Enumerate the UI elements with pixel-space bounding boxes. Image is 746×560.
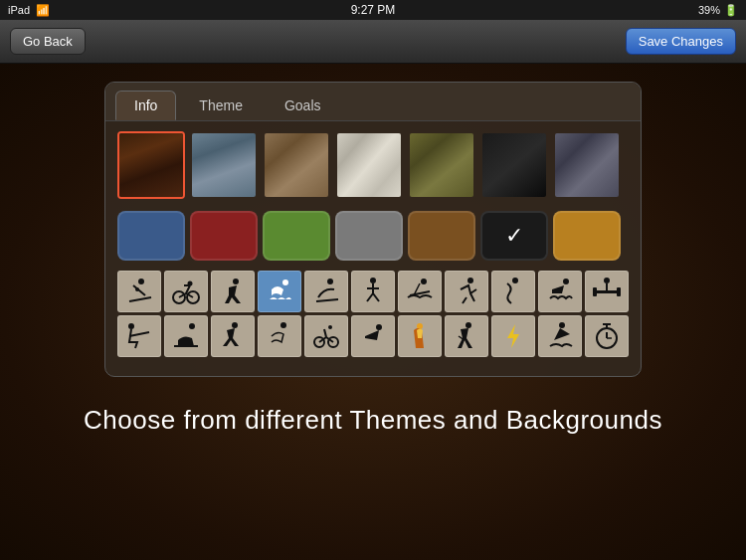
color-swatch-check[interactable]: ✓ [480, 211, 548, 261]
tab-goals[interactable]: Goals [266, 91, 340, 120]
svg-point-43 [559, 322, 565, 328]
icon-swimming[interactable] [258, 271, 301, 312]
icon-slalom[interactable] [491, 271, 535, 312]
bg-preview-moss [410, 133, 473, 197]
svg-line-12 [316, 299, 338, 301]
color-swatch-gray[interactable] [335, 211, 403, 261]
svg-line-39 [324, 329, 326, 337]
icon-running2[interactable] [211, 315, 255, 357]
bg-tile-wood[interactable] [117, 131, 185, 199]
svg-point-3 [135, 287, 139, 291]
bg-preview-wood [119, 133, 183, 197]
icon-snowboarding[interactable] [304, 271, 348, 312]
svg-point-28 [128, 323, 134, 329]
svg-line-16 [367, 293, 373, 301]
theme-panel: Info Theme Goals [104, 82, 642, 377]
svg-point-8 [233, 279, 239, 284]
color-swatch-green[interactable] [263, 211, 330, 261]
tab-theme[interactable]: Theme [180, 91, 262, 120]
icon-cycling2[interactable] [304, 315, 348, 357]
svg-rect-24 [595, 290, 619, 293]
icon-swimming2[interactable] [538, 271, 582, 312]
color-swatch-gold[interactable] [553, 211, 621, 261]
status-bar: iPad 📶 9:27 PM 39% 🔋 [0, 0, 746, 20]
svg-line-2 [129, 297, 151, 301]
icon-row-2 [117, 315, 629, 357]
tab-info[interactable]: Info [115, 91, 176, 120]
svg-marker-9 [225, 285, 241, 303]
icon-running[interactable] [211, 271, 255, 312]
backgrounds-section [105, 121, 641, 205]
bg-tile-grunge[interactable] [263, 131, 330, 199]
svg-point-33 [280, 322, 286, 328]
svg-point-0 [138, 279, 144, 284]
battery-icon: 🔋 [724, 4, 738, 17]
bg-tile-black[interactable] [480, 131, 548, 199]
svg-line-17 [373, 293, 379, 301]
wifi-icon: 📶 [36, 4, 50, 17]
bg-tile-marble[interactable] [335, 131, 403, 199]
icon-sprinting[interactable] [445, 271, 488, 312]
icon-row-1 [117, 271, 629, 312]
icon-rowing[interactable] [398, 271, 442, 312]
svg-point-13 [370, 278, 376, 283]
icon-weightlifting[interactable] [585, 271, 629, 312]
icon-grid [105, 267, 641, 364]
svg-rect-26 [617, 287, 621, 296]
icon-gymnastics[interactable] [351, 271, 395, 312]
svg-line-1 [133, 285, 145, 295]
color-swatch-grid: ✓ [105, 205, 641, 267]
toolbar: Go Back Save Changes [0, 20, 746, 64]
carrier-label: iPad [8, 4, 30, 16]
bg-preview-diagonal [555, 133, 619, 197]
svg-point-23 [604, 278, 610, 283]
bg-tile-diagonal[interactable] [553, 131, 621, 199]
battery-percent: 39% [698, 4, 720, 16]
bottom-text: Choose from different Themes and Backgro… [84, 405, 662, 436]
color-swatch-brown[interactable] [408, 211, 475, 261]
icon-fencing[interactable] [117, 315, 161, 357]
svg-point-40 [376, 324, 382, 330]
icon-skiing[interactable] [117, 271, 161, 312]
background-grid [117, 131, 629, 199]
icon-swim2[interactable] [351, 315, 395, 357]
icon-lightning[interactable] [491, 315, 535, 357]
color-swatch-blue[interactable] [117, 211, 185, 261]
svg-point-32 [232, 322, 238, 328]
svg-point-22 [563, 279, 569, 284]
bg-preview-grunge [265, 133, 328, 197]
tab-bar: Info Theme Goals [105, 83, 641, 121]
icon-triathlon[interactable] [258, 315, 301, 357]
main-content: Info Theme Goals [0, 64, 746, 560]
svg-point-30 [189, 323, 195, 329]
bg-preview-black [482, 133, 546, 197]
go-back-button[interactable]: Go Back [10, 28, 86, 55]
status-left: iPad 📶 [8, 4, 50, 17]
icon-cycling[interactable] [164, 271, 208, 312]
svg-point-20 [467, 278, 473, 283]
color-swatch-red[interactable] [190, 211, 258, 261]
icon-stopwatch[interactable] [585, 315, 629, 357]
status-time: 9:27 PM [351, 3, 396, 17]
svg-point-42 [466, 322, 471, 328]
bg-preview-water [192, 133, 256, 197]
bg-preview-marble [337, 133, 401, 197]
status-right: 39% 🔋 [698, 4, 738, 17]
svg-point-10 [282, 280, 288, 285]
save-changes-button[interactable]: Save Changes [626, 28, 736, 55]
svg-rect-25 [593, 287, 597, 296]
icon-marathon[interactable] [445, 315, 488, 357]
icon-luge[interactable] [164, 315, 208, 357]
svg-point-36 [328, 325, 332, 329]
svg-line-29 [129, 332, 149, 336]
bg-tile-moss[interactable] [408, 131, 475, 199]
svg-point-21 [512, 278, 518, 283]
bg-tile-water[interactable] [190, 131, 258, 199]
svg-point-11 [327, 279, 333, 284]
icon-windsurfing[interactable] [538, 315, 582, 357]
icon-torch[interactable] [398, 315, 442, 357]
svg-point-18 [421, 279, 427, 284]
